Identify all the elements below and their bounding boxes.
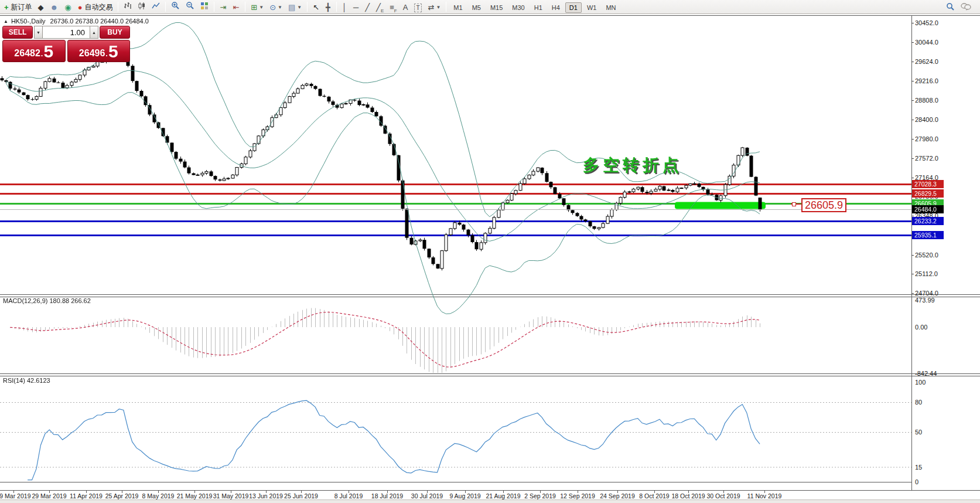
timeframe-button-h1[interactable]: H1 xyxy=(530,2,547,13)
chat-icon xyxy=(961,2,971,11)
volume-increase-button[interactable]: ▲ xyxy=(90,26,98,39)
line-chart-button[interactable] xyxy=(149,0,162,12)
text-icon: A xyxy=(403,4,408,11)
equidistant-channel-icon-modifier: E xyxy=(381,8,384,13)
toolbar-separator xyxy=(446,2,446,12)
new-chart-icon: ⊞ xyxy=(251,4,257,11)
market-watch-icon: ☻ xyxy=(50,4,59,11)
channel-button[interactable]: ╱E xyxy=(374,2,386,13)
zoom-in-icon xyxy=(171,1,180,10)
toolbar-separator xyxy=(118,2,118,12)
zoom-in-button[interactable] xyxy=(169,0,182,12)
tile-windows-icon xyxy=(200,2,209,10)
auto-scroll-button[interactable]: ⇥ xyxy=(217,2,229,13)
price-level-badge: 26829.5 xyxy=(912,189,944,198)
toolbar-separator xyxy=(336,2,337,12)
timeframe-button-m30[interactable]: M30 xyxy=(508,2,528,13)
tile-windows-button[interactable] xyxy=(198,0,211,12)
horizontal-line-button[interactable]: ─ xyxy=(351,2,361,13)
new-order-button-label: 新订单 xyxy=(11,2,32,12)
toolbar-items: +新订单◆☻◉●自动交易⇥⇤⊞▼⊙▼▤▼↖╋│─╱╱E≡FAT⇄▼ xyxy=(1,0,449,14)
zoom-out-icon xyxy=(186,1,194,10)
volume-value: 1.00 xyxy=(70,28,85,37)
one-click-toggle-icon[interactable]: ▲ xyxy=(4,19,8,24)
toolbar-right xyxy=(943,1,974,13)
timeframe-button-d1[interactable]: D1 xyxy=(565,2,582,13)
current-price-badge: 26484.0 xyxy=(912,205,944,213)
bar-chart-icon xyxy=(124,2,132,10)
timeframe-button-m15[interactable]: M15 xyxy=(486,2,507,13)
styler-icon: ◆ xyxy=(38,4,44,11)
new-order-icon: + xyxy=(4,4,9,11)
signals-button[interactable]: ◉ xyxy=(62,2,74,13)
crosshair-button[interactable]: ╋ xyxy=(323,2,333,13)
chat-button[interactable] xyxy=(958,1,974,13)
trendline-button[interactable]: ╱ xyxy=(363,2,373,13)
market-watch-button[interactable]: ☻ xyxy=(48,2,62,13)
zoom-out-button[interactable] xyxy=(183,0,197,12)
new-chart-button[interactable]: ⊞▼ xyxy=(248,2,266,13)
sell-price-pip: 5 xyxy=(43,43,53,60)
toolbar-separator xyxy=(165,2,166,12)
chevron-down-icon: ▼ xyxy=(436,5,441,10)
line-chart-icon xyxy=(152,2,160,10)
search-icon xyxy=(946,2,955,11)
horizontal-line-icon: ─ xyxy=(353,4,358,11)
timeframe-button-mn[interactable]: MN xyxy=(602,2,620,13)
fibonacci-icon-modifier: F xyxy=(394,8,397,13)
periods-icon: ⊙ xyxy=(269,4,276,11)
chart-surface[interactable] xyxy=(0,0,980,503)
buy-price-button[interactable]: 26496 . 5 xyxy=(67,40,131,62)
fibonacci-icon: ≡ xyxy=(390,4,394,11)
equidistant-channel-icon: ╱ xyxy=(376,4,381,11)
text-label-button[interactable]: T xyxy=(412,2,424,14)
text-label-icon: T xyxy=(414,4,421,12)
bar-chart-button[interactable] xyxy=(121,0,134,12)
main-toolbar: +新订单◆☻◉●自动交易⇥⇤⊞▼⊙▼▤▼↖╋│─╱╱E≡FAT⇄▼ M1M5M1… xyxy=(0,0,980,14)
search-button[interactable] xyxy=(944,1,957,13)
sell-price-button[interactable]: 26482 . 5 xyxy=(2,40,66,62)
sell-button[interactable]: SELL xyxy=(2,26,33,39)
chart-header: ▲ HK50-,Daily 26736.0 26738.0 26440.0 26… xyxy=(4,18,149,25)
volume-input[interactable]: 1.00 xyxy=(43,26,90,39)
arrows-icon: ⇄ xyxy=(428,4,435,11)
vertical-line-button[interactable]: │ xyxy=(340,2,350,13)
periods-button[interactable]: ⊙▼ xyxy=(267,2,285,13)
rsi-indicator-label: RSI(14) 42.6123 xyxy=(3,377,50,384)
autotrading-button[interactable]: ●自动交易 xyxy=(76,2,115,13)
cursor-icon: ↖ xyxy=(313,4,319,11)
buy-price-pip: 5 xyxy=(108,43,118,60)
chevron-down-icon: ▼ xyxy=(259,5,264,10)
timeframe-button-m5[interactable]: M5 xyxy=(468,2,485,13)
signals-icon: ◉ xyxy=(64,4,71,11)
templates-button[interactable]: ▤▼ xyxy=(286,2,304,13)
chart-shift-button[interactable]: ⇤ xyxy=(230,2,242,13)
chevron-down-icon: ▼ xyxy=(297,5,302,10)
sell-price-dot: . xyxy=(41,47,43,60)
chart-symbol-period: HK50-,Daily xyxy=(11,18,46,25)
styler-button[interactable]: ◆ xyxy=(36,2,47,13)
fibonacci-button[interactable]: ≡F xyxy=(387,2,399,13)
arrows-button[interactable]: ⇄▼ xyxy=(426,2,443,13)
toolbar-separator xyxy=(307,2,308,12)
terminal-window: +新订单◆☻◉●自动交易⇥⇤⊞▼⊙▼▤▼↖╋│─╱╱E≡FAT⇄▼ M1M5M1… xyxy=(0,0,980,503)
new-order-button[interactable]: +新订单 xyxy=(2,2,35,13)
text-button[interactable]: A xyxy=(401,2,411,13)
toolbar-separator xyxy=(245,2,245,12)
volume-decrease-button[interactable]: ▼ xyxy=(34,26,43,39)
autotrading-button-label: 自动交易 xyxy=(84,2,112,12)
sell-price-main: 26482 xyxy=(14,46,40,60)
autotrading-icon: ● xyxy=(78,4,83,11)
volume-control: ▼ 1.00 ▲ xyxy=(34,26,98,39)
candlestick-chart-icon xyxy=(138,2,146,10)
cursor-button[interactable]: ↖ xyxy=(310,2,322,13)
sell-button-label: SELL xyxy=(9,28,27,36)
chart-shift-icon: ⇤ xyxy=(233,4,239,11)
candlestick-chart-button[interactable] xyxy=(135,0,148,12)
timeframe-button-h4[interactable]: H4 xyxy=(548,2,564,13)
price-level-badge: 27028.3 xyxy=(912,180,944,188)
buy-button[interactable]: BUY xyxy=(100,26,130,39)
timeframe-button-m1[interactable]: M1 xyxy=(449,2,466,13)
timeframe-button-w1[interactable]: W1 xyxy=(583,2,601,13)
chart-ohlc-values: 26736.0 26738.0 26440.0 26484.0 xyxy=(50,18,149,25)
